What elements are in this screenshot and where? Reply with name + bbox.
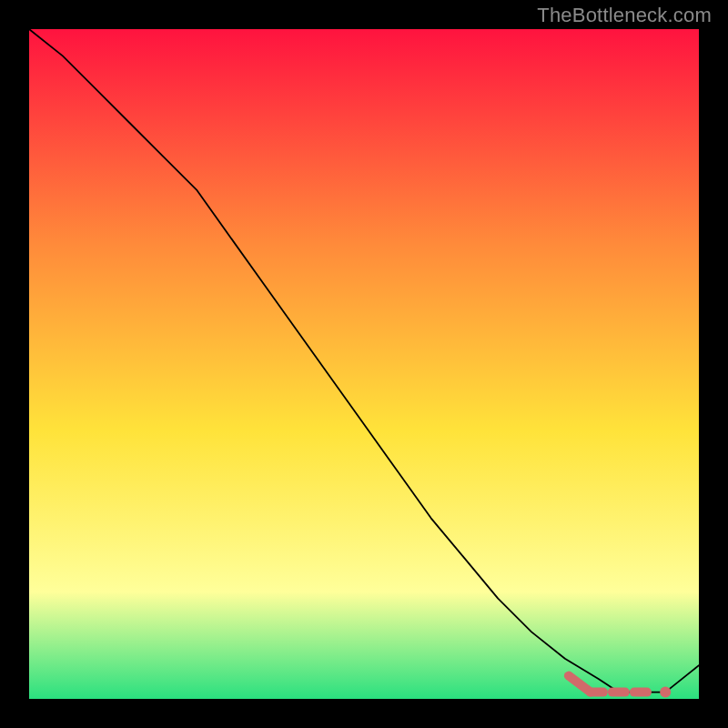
gradient-background (29, 29, 699, 699)
chart-stage: TheBottleneck.com (0, 0, 728, 728)
plot-svg (29, 29, 699, 699)
watermark-text: TheBottleneck.com (537, 4, 712, 27)
optimal-marker-end-dot (660, 687, 671, 698)
plot-area (29, 29, 699, 699)
